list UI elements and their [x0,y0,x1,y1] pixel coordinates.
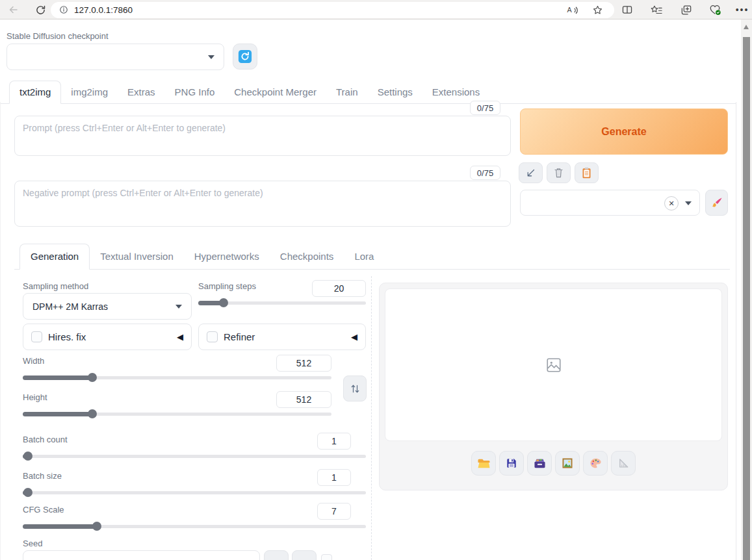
prompt-input[interactable] [14,116,511,156]
slider-handle[interactable] [23,488,32,497]
hires-fix-accordion[interactable]: Hires. fix ◀ [23,324,192,350]
cfg-scale-slider[interactable] [23,522,366,531]
refiner-checkbox[interactable] [207,331,218,342]
apply-styles-button[interactable] [575,162,599,183]
tab-hypernetworks[interactable]: Hypernetworks [184,244,270,269]
read-aloud-icon[interactable]: A [566,3,579,16]
browser-toolbar: 127.0.0.1:7860 A ••• [0,0,752,19]
send-to-extras-icon [617,457,629,469]
save-image-button[interactable] [499,451,524,476]
open-folder-button[interactable] [471,451,496,476]
paste-generation-params-button[interactable] [519,162,543,183]
tab-img2img[interactable]: img2img [61,81,118,103]
slider-handle[interactable] [92,522,101,531]
slider-handle[interactable] [88,373,97,382]
styles-dropdown[interactable]: ✕ [520,190,700,216]
sampling-steps-slider[interactable] [198,298,366,307]
refresh-checkpoints-button[interactable] [233,44,257,70]
url-text[interactable]: 127.0.0.1:7860 [74,2,133,18]
slider-handle[interactable] [88,409,97,418]
favorite-star-icon[interactable] [591,3,604,16]
output-toolbar [380,451,727,476]
swap-dimensions-button[interactable] [343,375,367,401]
scrollbar-thumb[interactable] [743,37,750,560]
sampling-method-value: DPM++ 2M Karras [32,301,108,312]
clear-prompt-button[interactable] [547,162,571,183]
settings-dots-icon[interactable]: ••• [736,3,749,16]
image-placeholder-icon [545,357,562,374]
extra-seed-checkbox[interactable] [321,554,332,560]
styles-input[interactable] [528,196,632,206]
tab-checkpoints[interactable]: Checkpoints [270,244,344,269]
slider-handle[interactable] [23,452,32,461]
tab-extensions[interactable]: Extensions [422,81,489,103]
collections-icon[interactable] [680,3,693,16]
split-screen-icon[interactable] [621,3,634,16]
browser-essentials-icon[interactable] [708,3,721,16]
negative-prompt-input[interactable] [14,181,511,227]
checkpoint-dropdown[interactable] [6,44,224,70]
checkpoint-label: Stable Diffusion checkpoint [6,31,109,41]
height-slider[interactable] [23,409,331,418]
height-label: Height [23,392,47,402]
save-zip-button[interactable] [527,451,552,476]
negative-token-counter: 0/75 [470,166,500,180]
height-input[interactable] [276,391,331,408]
tab-txt2img[interactable]: txt2img [9,81,61,104]
output-gallery-panel [379,283,728,490]
refiner-label: Refiner [224,331,255,342]
clipboard-icon [582,167,591,179]
save-icon [506,457,517,469]
width-input[interactable] [276,355,331,372]
generate-button[interactable]: Generate [520,108,728,155]
batch-count-slider[interactable] [23,452,366,461]
refresh-icon[interactable] [34,3,47,16]
send-to-img2img-button[interactable] [555,451,580,476]
paintbrush-icon [710,196,723,209]
main-tab-bar: txt2img img2img Extras PNG Info Checkpoi… [0,81,736,104]
tab-png-info[interactable]: PNG Info [165,81,225,103]
tab-textual-inversion[interactable]: Textual Inversion [90,244,184,269]
reuse-seed-button[interactable] [292,550,317,560]
batch-count-label: Batch count [23,435,68,444]
sampling-steps-label: Sampling steps [198,281,256,291]
scrollbar-up-arrow-icon[interactable] [744,25,749,29]
slider-handle[interactable] [219,298,228,307]
refiner-accordion[interactable]: Refiner ◀ [198,324,366,350]
sampling-method-label: Sampling method [23,281,88,291]
generation-tab-bar: Generation Textual Inversion Hypernetwor… [14,244,730,270]
seed-input[interactable] [23,550,260,560]
page-scrollbar[interactable] [741,19,752,560]
tab-generation[interactable]: Generation [19,244,90,270]
sampling-steps-input[interactable] [312,280,366,297]
refresh-blue-icon [238,49,252,64]
chevron-down-icon[interactable] [685,201,692,205]
left-triangle-icon: ◀ [177,332,183,342]
trash-icon [553,167,564,179]
favorites-list-icon[interactable] [650,3,663,16]
send-to-inpaint-button[interactable] [583,451,608,476]
token-counter: 0/75 [470,101,500,115]
batch-count-input[interactable] [317,433,351,450]
width-slider[interactable] [23,373,331,382]
tab-extras[interactable]: Extras [118,81,165,103]
edit-styles-button[interactable] [705,190,728,216]
tab-lora[interactable]: Lora [344,244,384,269]
tab-checkpoint-merger[interactable]: Checkpoint Merger [224,81,326,103]
hires-fix-checkbox[interactable] [31,331,42,342]
address-bar[interactable]: 127.0.0.1:7860 A [51,2,614,18]
cfg-scale-input[interactable] [317,503,351,520]
batch-size-input[interactable] [317,469,351,486]
info-icon[interactable] [57,3,70,16]
open-folder-icon [477,458,491,469]
sampling-method-dropdown[interactable]: DPM++ 2M Karras [23,293,192,320]
hires-fix-label: Hires. fix [48,331,86,342]
tab-train[interactable]: Train [326,81,368,103]
output-image-area[interactable] [385,288,722,441]
back-icon[interactable] [6,3,19,16]
tab-settings[interactable]: Settings [368,81,422,103]
random-seed-button[interactable] [264,550,289,560]
clear-x-icon[interactable]: ✕ [664,196,679,210]
batch-size-slider[interactable] [23,488,366,497]
send-to-extras-button[interactable] [611,451,636,476]
